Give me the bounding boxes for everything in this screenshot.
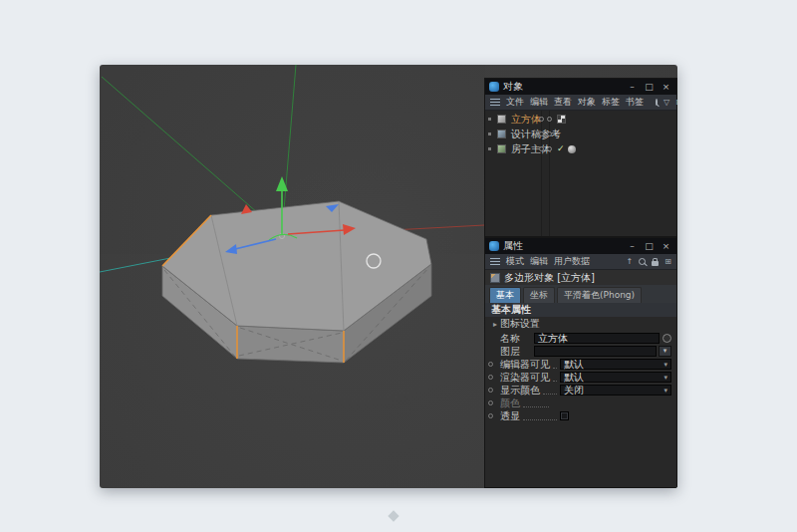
desktop: 对象 – □ × 文件 编辑 查看 对象 标签 书签 ▽ ⊞	[0, 0, 797, 532]
object-name[interactable]: 设计稿参考	[511, 128, 561, 140]
chevron-down-icon: ▾	[664, 387, 667, 395]
icon-settings-label: 图标设置	[500, 318, 540, 329]
attributes-panel: 属性 – □ × 模式 编辑 用户数据 ↑ ⊞ 多边形对象 [立方体]	[484, 237, 677, 488]
field-row-render-visible: 渲染器可见 默认 ▾	[488, 371, 671, 384]
phong-tag-icon[interactable]	[568, 145, 576, 153]
menu-mode[interactable]: 模式	[506, 255, 524, 268]
layer-dropdown-button[interactable]: ▾	[659, 346, 671, 357]
xray-label: 透显	[500, 409, 520, 423]
render-visibility-dot[interactable]	[547, 132, 552, 136]
menu-objects[interactable]: 对象	[578, 96, 596, 109]
attribute-tabs: 基本 坐标 平滑着色(Phong)	[485, 285, 676, 303]
chevron-down-icon: ▾	[664, 361, 667, 369]
menu-view[interactable]: 查看	[554, 96, 572, 109]
maximize-button[interactable]: □	[643, 79, 656, 95]
filter-icon[interactable]: ▽	[664, 95, 669, 110]
menu-icon[interactable]	[490, 258, 500, 265]
editor-visibility-dot[interactable]	[539, 132, 544, 136]
minimize-button[interactable]: –	[626, 238, 639, 254]
editor-visible-select[interactable]: 默认 ▾	[560, 359, 671, 370]
attributes-menubar: 模式 编辑 用户数据 ↑ ⊞	[485, 254, 676, 270]
dotted-leader	[523, 399, 549, 407]
tab-coordinates[interactable]: 坐标	[523, 287, 555, 303]
menu-bookmarks[interactable]: 书签	[626, 96, 644, 109]
search-icon[interactable]	[656, 99, 658, 106]
fold-icon[interactable]	[488, 118, 491, 121]
c4d-logo-icon	[489, 241, 499, 251]
name-options-button[interactable]	[663, 334, 671, 343]
render-visible-value: 默认	[564, 371, 584, 385]
chevron-right-icon[interactable]: ▸	[493, 320, 497, 329]
section-basic-properties[interactable]: 基本属性	[485, 303, 676, 317]
check-tag-icon[interactable]: ✓	[557, 143, 565, 154]
attribute-fields: 名称 立方体 图层 ▾ 编辑器可见 默认 ▾	[485, 331, 676, 422]
polygon-object-icon	[490, 273, 500, 283]
keyframe-toggle[interactable]	[488, 388, 493, 393]
selected-object-label: 多边形对象 [立方体]	[504, 271, 595, 285]
close-button[interactable]: ×	[660, 238, 672, 254]
mesh-front-mid-face[interactable]	[237, 326, 344, 363]
display-color-value: 关闭	[564, 384, 584, 398]
objects-menubar: 文件 编辑 查看 对象 标签 书签 ▽ ⊞	[485, 95, 676, 111]
color-label: 颜色	[500, 397, 520, 410]
house-object-icon	[497, 144, 506, 153]
attributes-panel-title: 属性	[503, 239, 622, 253]
fold-icon[interactable]	[488, 133, 491, 135]
c4d-app-window: 对象 – □ × 文件 编辑 查看 对象 标签 书签 ▽ ⊞	[100, 65, 677, 488]
history-up-icon[interactable]: ↑	[627, 254, 634, 269]
render-visible-select[interactable]: 默认 ▾	[560, 372, 671, 383]
maximize-button[interactable]: □	[643, 238, 656, 254]
lock-icon[interactable]	[652, 261, 659, 266]
keyframe-toggle[interactable]	[488, 362, 493, 367]
tab-phong[interactable]: 平滑着色(Phong)	[557, 287, 642, 303]
layout-grid-icon[interactable]: ⊞	[664, 254, 671, 269]
keyframe-toggle[interactable]	[488, 375, 493, 380]
display-color-label: 显示颜色	[500, 384, 540, 398]
field-row-editor-visible: 编辑器可见 默认 ▾	[488, 358, 671, 371]
layer-label: 图层	[500, 345, 534, 359]
name-label: 名称	[500, 332, 534, 346]
editor-visibility-dot[interactable]	[539, 117, 544, 122]
render-visibility-dot[interactable]	[547, 146, 552, 151]
menu-tags[interactable]: 标签	[602, 96, 620, 109]
menu-edit[interactable]: 编辑	[530, 255, 548, 268]
object-name[interactable]: 立方体	[511, 113, 541, 126]
display-color-select[interactable]: 关闭 ▾	[560, 385, 671, 396]
tab-basic[interactable]: 基本	[489, 287, 521, 303]
keyframe-toggle[interactable]	[488, 413, 493, 418]
menu-file[interactable]: 文件	[506, 96, 524, 109]
reference-object-icon	[497, 130, 506, 138]
object-row-reference[interactable]: 设计稿参考	[485, 128, 676, 140]
chevron-down-icon: ▾	[664, 374, 667, 382]
field-row-xray: 透显	[488, 409, 671, 422]
selected-object-header: 多边形对象 [立方体]	[485, 270, 676, 285]
render-visibility-dot[interactable]	[547, 117, 552, 122]
mesh-object[interactable]	[162, 201, 431, 363]
name-input[interactable]: 立方体	[534, 333, 660, 344]
attributes-titlebar[interactable]: 属性 – □ ×	[485, 238, 676, 254]
menu-user-data[interactable]: 用户数据	[554, 255, 590, 268]
object-row-cube[interactable]: 立方体	[485, 113, 676, 126]
layer-field[interactable]	[534, 346, 657, 357]
editor-visibility-dot[interactable]	[539, 146, 544, 151]
object-list[interactable]: 立方体 设计稿参考 房子主体	[485, 111, 676, 236]
objects-titlebar[interactable]: 对象 – □ ×	[485, 79, 676, 95]
minimize-button[interactable]: –	[626, 79, 639, 95]
keyframe-toggle[interactable]	[488, 400, 493, 405]
field-row-display-color: 显示颜色 关闭 ▾	[488, 384, 671, 397]
field-row-name: 名称 立方体	[488, 332, 671, 345]
search-icon[interactable]	[639, 258, 646, 265]
xray-checkbox[interactable]	[560, 411, 569, 420]
fold-icon[interactable]	[488, 147, 491, 150]
layout-grid-icon[interactable]: ⊞	[675, 95, 677, 110]
dotted-leader	[523, 412, 557, 420]
dotted-leader	[543, 387, 557, 395]
texture-tag-icon[interactable]	[557, 115, 566, 124]
menu-icon[interactable]	[490, 99, 500, 106]
field-row-layer: 图层 ▾	[488, 345, 671, 358]
close-button[interactable]: ×	[660, 79, 672, 95]
icon-settings-row[interactable]: ▸图标设置	[485, 317, 676, 331]
object-row-house[interactable]: 房子主体 ✓	[485, 142, 676, 155]
object-name[interactable]: 房子主体	[511, 142, 551, 155]
menu-edit[interactable]: 编辑	[530, 96, 548, 109]
